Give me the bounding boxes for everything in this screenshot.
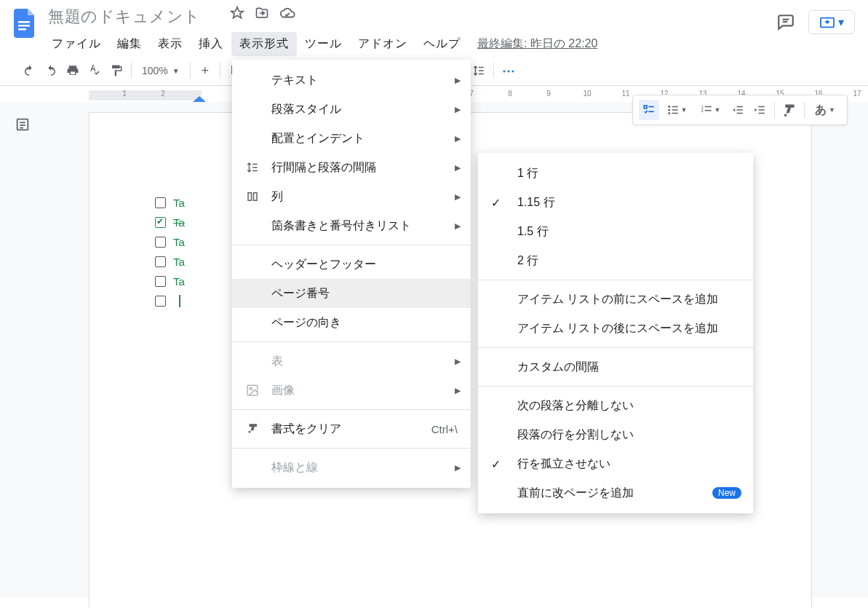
svg-point-19 bbox=[668, 109, 670, 111]
clear-format-icon bbox=[245, 422, 260, 435]
submenu-arrow-icon: ▶ bbox=[455, 134, 461, 143]
submenu-item-label: 2 行 bbox=[517, 253, 538, 269]
line-spacing-icon bbox=[245, 161, 260, 174]
submenu-item[interactable]: 2 行 bbox=[478, 246, 753, 275]
print-button[interactable] bbox=[63, 60, 83, 81]
submenu-item-label: 1 行 bbox=[517, 166, 538, 181]
menu-item-label: 行間隔と段落の間隔 bbox=[271, 160, 376, 175]
submenu-item[interactable]: アイテム リストの前にスペースを追加 bbox=[478, 285, 753, 314]
star-icon[interactable] bbox=[230, 6, 244, 20]
submenu-item[interactable]: 次の段落と分離しない bbox=[478, 391, 753, 420]
submenu-item-label: アイテム リストの前にスペースを追加 bbox=[517, 292, 718, 307]
check-icon: ✓ bbox=[491, 196, 501, 210]
svg-rect-21 bbox=[672, 106, 677, 108]
shortcut-label: Ctrl+\ bbox=[431, 423, 458, 435]
svg-rect-0 bbox=[18, 21, 30, 23]
svg-rect-23 bbox=[672, 113, 677, 114]
numbered-list-button[interactable]: 12▼ bbox=[694, 100, 726, 120]
checkbox[interactable] bbox=[155, 276, 166, 287]
zoom-select[interactable]: 100%▼ bbox=[136, 65, 186, 76]
redo-button[interactable] bbox=[41, 60, 61, 81]
menubar: ファイル編集表示挿入表示形式ツールアドオンヘルプ最終編集: 昨日の 22:20 bbox=[44, 32, 776, 56]
submenu-item-label: 1.15 行 bbox=[517, 195, 555, 210]
menu-item[interactable]: テキスト▶ bbox=[232, 66, 471, 95]
submenu-item-label: 段落の行を分割しない bbox=[517, 427, 634, 443]
submenu-arrow-icon: ▶ bbox=[455, 386, 461, 395]
last-edit[interactable]: 最終編集: 昨日の 22:20 bbox=[469, 32, 606, 56]
submenu-arrow-icon: ▶ bbox=[455, 221, 461, 231]
check-icon: ✓ bbox=[491, 457, 501, 471]
menu-item[interactable]: 配置とインデント▶ bbox=[232, 124, 471, 153]
checklist-button[interactable] bbox=[639, 100, 659, 120]
menu-item[interactable]: ページ番号 bbox=[232, 279, 471, 308]
format-menu: テキスト▶段落スタイル▶配置とインデント▶行間隔と段落の間隔▶列▶箇条書きと番号… bbox=[232, 60, 471, 488]
submenu-arrow-icon: ▶ bbox=[455, 105, 461, 114]
submenu-item[interactable]: 1 行 bbox=[478, 159, 753, 188]
menu-7[interactable]: ヘルプ bbox=[415, 32, 469, 56]
submenu-item[interactable]: ✓1.15 行 bbox=[478, 188, 753, 217]
menu-6[interactable]: アドオン bbox=[350, 32, 415, 56]
more-button[interactable]: ⋯ bbox=[498, 60, 519, 81]
checkbox[interactable] bbox=[155, 217, 166, 228]
menu-5[interactable]: ツール bbox=[297, 32, 350, 56]
spellcheck-button[interactable] bbox=[84, 60, 105, 81]
image-icon bbox=[245, 384, 260, 397]
menu-item[interactable]: ページの向き bbox=[232, 308, 471, 337]
menu-item: 画像▶ bbox=[232, 376, 471, 405]
columns-icon bbox=[245, 190, 260, 203]
doc-title[interactable]: 無題のドキュメント bbox=[44, 6, 205, 29]
menu-item[interactable]: 段落スタイル▶ bbox=[232, 95, 471, 124]
input-tools-button[interactable]: あ▼ bbox=[809, 100, 841, 120]
paint-format-button[interactable] bbox=[106, 60, 127, 81]
comments-icon[interactable] bbox=[776, 13, 795, 32]
undo-button[interactable] bbox=[19, 60, 39, 81]
menu-item[interactable]: 箇条書きと番号付きリスト▶ bbox=[232, 211, 471, 240]
docs-logo[interactable] bbox=[10, 9, 39, 38]
checkbox[interactable] bbox=[155, 237, 166, 248]
menu-item[interactable]: ヘッダーとフッター bbox=[232, 250, 471, 279]
svg-point-20 bbox=[668, 112, 670, 114]
submenu-item[interactable]: 1.5 行 bbox=[478, 217, 753, 246]
new-badge: New bbox=[712, 487, 741, 499]
submenu-item-label: 次の段落と分離しない bbox=[517, 398, 634, 414]
menu-item-label: 配置とインデント bbox=[271, 131, 365, 146]
submenu-arrow-icon: ▶ bbox=[455, 463, 461, 473]
submenu-item[interactable]: 段落の行を分割しない bbox=[478, 420, 753, 449]
checkbox[interactable] bbox=[155, 197, 166, 208]
menu-item[interactable]: 行間隔と段落の間隔▶ bbox=[232, 153, 471, 182]
submenu-item-label: カスタムの間隔 bbox=[517, 360, 599, 375]
present-button[interactable]: ▾ bbox=[808, 10, 855, 34]
checkbox[interactable] bbox=[155, 256, 166, 267]
clear-formatting-button[interactable] bbox=[779, 100, 800, 120]
menu-4[interactable]: 表示形式 bbox=[231, 32, 297, 56]
cloud-saved-icon[interactable] bbox=[279, 6, 295, 20]
menu-item: 表▶ bbox=[232, 347, 471, 376]
menu-1[interactable]: 編集 bbox=[109, 32, 150, 56]
outline-icon[interactable] bbox=[15, 117, 31, 598]
menu-item-label: 書式をクリア bbox=[271, 422, 341, 437]
submenu-item[interactable]: 直前に改ページを追加New bbox=[478, 478, 753, 508]
increase-indent-button[interactable] bbox=[749, 100, 770, 120]
menu-item[interactable]: 書式をクリアCtrl+\ bbox=[232, 414, 471, 443]
menu-0[interactable]: ファイル bbox=[44, 32, 109, 56]
submenu-item[interactable]: アイテム リストの後にスペースを追加 bbox=[478, 314, 753, 343]
submenu-item[interactable]: カスタムの間隔 bbox=[478, 352, 753, 382]
svg-rect-2 bbox=[18, 28, 26, 31]
menu-item[interactable]: 列▶ bbox=[232, 182, 471, 211]
svg-text:2: 2 bbox=[701, 108, 704, 113]
submenu-arrow-icon: ▶ bbox=[455, 163, 461, 173]
submenu-item[interactable]: ✓行を孤立させない bbox=[478, 449, 753, 478]
menu-item-label: ページ番号 bbox=[271, 286, 330, 301]
submenu-item-label: 1.5 行 bbox=[517, 224, 549, 240]
menu-item-label: 列 bbox=[271, 189, 283, 205]
decrease-indent-button[interactable] bbox=[728, 100, 748, 120]
menu-3[interactable]: 挿入 bbox=[191, 32, 231, 56]
font-size-increase[interactable]: + bbox=[195, 60, 215, 81]
submenu-arrow-icon: ▶ bbox=[455, 192, 461, 202]
line-spacing-button[interactable] bbox=[469, 60, 489, 81]
move-icon[interactable] bbox=[255, 6, 269, 20]
svg-rect-36 bbox=[254, 193, 258, 201]
menu-2[interactable]: 表示 bbox=[150, 32, 191, 56]
bulleted-list-button[interactable]: ▼ bbox=[661, 100, 693, 120]
svg-rect-1 bbox=[18, 25, 30, 27]
